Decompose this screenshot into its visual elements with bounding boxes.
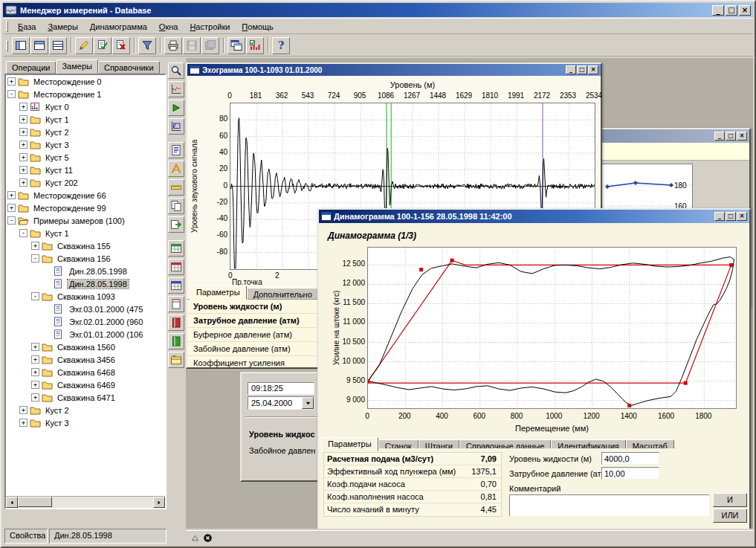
run-button[interactable] <box>168 100 184 116</box>
book-green-button[interactable] <box>168 333 184 349</box>
dyno-chart-button[interactable] <box>168 118 184 135</box>
scroll-right-button[interactable] <box>153 497 165 508</box>
menu-item[interactable]: Помощь <box>236 20 280 33</box>
tree-item[interactable]: -Скважина 1093 <box>6 290 165 303</box>
zoom-button[interactable] <box>168 62 184 79</box>
export-button[interactable] <box>168 216 184 233</box>
minimize-button[interactable]: _ <box>714 212 725 221</box>
tree-expander[interactable]: + <box>19 103 28 111</box>
tree-expander[interactable]: + <box>19 166 28 174</box>
ruler-button[interactable] <box>168 179 184 196</box>
tree-expander[interactable]: + <box>19 178 28 187</box>
maximize-button[interactable]: □ <box>577 65 587 74</box>
print-button[interactable] <box>164 37 182 54</box>
minimize-button[interactable]: _ <box>714 132 725 141</box>
and-button[interactable]: И <box>713 493 747 507</box>
minimize-button[interactable]: _ <box>712 5 724 16</box>
time-field[interactable]: 09:18:25 <box>248 382 314 395</box>
tree-item[interactable]: -Примеры замеров (100) <box>6 214 165 227</box>
title-bar[interactable]: Менеджер измерений - Database _ □ × <box>3 3 753 17</box>
tree-expander[interactable]: + <box>19 419 28 427</box>
dyno-parameter-row[interactable]: Расчетная подача (м3/сут)7,09 <box>324 453 501 465</box>
tree-expander[interactable]: - <box>7 216 16 225</box>
tree-horizontal-scrollbar[interactable] <box>6 496 165 508</box>
menu-item[interactable]: Окна <box>153 20 184 33</box>
tree-expander[interactable]: - <box>31 292 39 300</box>
tree-item[interactable]: +Скважина 3456 <box>6 353 165 366</box>
minimize-button[interactable]: _ <box>566 65 576 74</box>
dyno-parameter-row[interactable]: Коэф.наполнения насоса0,81 <box>324 491 501 503</box>
sidebar-tab[interactable]: Справочники <box>98 61 160 74</box>
tree-item[interactable]: -Скважина 156 <box>6 252 165 265</box>
dock-expand-icon[interactable] <box>190 533 200 543</box>
tree-item[interactable]: +Скважина 6468 <box>6 366 165 378</box>
maximize-button[interactable]: □ <box>726 212 736 221</box>
tree-item[interactable]: +Куст 202 <box>6 176 165 189</box>
dyno-parameter-row[interactable]: Коэф.подачи насоса0,70 <box>324 478 501 491</box>
echo-tab[interactable]: Параметры <box>190 286 247 300</box>
menu-item[interactable]: Динамограмма <box>84 20 153 33</box>
tree-expander[interactable]: + <box>19 128 28 136</box>
tree-item[interactable]: +Скважина 1560 <box>6 341 165 353</box>
panel-operations-button[interactable] <box>12 37 30 54</box>
tree-expander[interactable]: + <box>19 153 28 161</box>
dock-close-icon[interactable] <box>203 533 213 543</box>
table-red-button[interactable] <box>168 259 184 275</box>
or-button[interactable]: ИЛИ <box>713 509 747 523</box>
apply-measure-button[interactable] <box>94 37 112 54</box>
tree-expander[interactable]: + <box>31 381 39 389</box>
tree-item[interactable]: +Куст 11 <box>6 164 165 176</box>
tree-item[interactable]: -Куст 1 <box>6 227 165 239</box>
tree-item[interactable]: +Куст 3 <box>6 138 165 151</box>
menu-item[interactable]: База <box>12 20 42 33</box>
report-button[interactable] <box>168 142 184 158</box>
tree-item[interactable]: +Куст 1 <box>6 113 165 126</box>
notebook-button[interactable] <box>168 296 184 312</box>
dynamogram-window[interactable]: Динамограмма 100-1-156 28.05.1998 11:42:… <box>317 208 751 529</box>
dyno-parameter-row[interactable]: Эффективный ход плунжера (мм)1375,1 <box>324 465 501 478</box>
tree-expander[interactable]: + <box>7 77 16 86</box>
close-button[interactable]: × <box>737 212 747 221</box>
comment-input[interactable] <box>509 494 710 517</box>
table-green-button[interactable] <box>168 240 184 257</box>
tree-expander[interactable]: + <box>31 368 39 376</box>
tree-item[interactable]: +Куст 2 <box>6 404 165 416</box>
annulus-pressure-input[interactable] <box>601 467 659 480</box>
dyno-tab[interactable]: Параметры <box>321 437 378 451</box>
tree-item[interactable]: +Куст 0 <box>6 100 165 113</box>
scroll-left-button[interactable] <box>6 497 18 508</box>
tree-item[interactable]: +Скважина 6471 <box>6 391 165 404</box>
sidebar-tab[interactable]: Операции <box>6 61 56 74</box>
close-button[interactable]: × <box>588 65 598 74</box>
tree-expander[interactable]: + <box>31 343 39 351</box>
filter-button[interactable] <box>138 37 156 54</box>
table-blue-button[interactable] <box>168 277 184 294</box>
menu-item[interactable]: Настройки <box>184 20 236 33</box>
book-red-button[interactable] <box>168 315 184 331</box>
scrollbar-thumb[interactable] <box>18 497 52 507</box>
tree-expander[interactable]: + <box>31 242 39 250</box>
tree-item[interactable]: +Куст 5 <box>6 151 165 164</box>
tree-expander[interactable]: + <box>19 141 28 149</box>
tree-item[interactable]: +Скважина 155 <box>6 239 165 252</box>
help-button[interactable]: ? <box>272 37 290 54</box>
maximize-button[interactable]: □ <box>726 5 737 16</box>
panel-measures-button[interactable] <box>30 37 48 54</box>
tree-expander[interactable]: + <box>19 406 28 414</box>
tree-item[interactable]: +Месторождение 0 <box>6 75 165 88</box>
tree-expander[interactable]: + <box>7 191 16 199</box>
echo-chart-button[interactable] <box>168 81 184 97</box>
tree-expander[interactable]: - <box>7 90 16 98</box>
tree-item[interactable]: Дин.28.05.1998 <box>6 265 165 277</box>
dyno-parameter-row[interactable]: Число качаний в минуту4,45 <box>324 503 501 516</box>
panel-refs-button[interactable] <box>49 37 67 54</box>
discard-measure-button[interactable] <box>112 37 130 54</box>
tree-item[interactable]: +Месторождение 66 <box>6 189 165 202</box>
tree-item[interactable]: Эхг.01.01.2000 (106 <box>6 328 165 341</box>
close-button[interactable]: × <box>737 132 747 141</box>
tree-expander[interactable]: + <box>31 355 39 364</box>
sidebar-tab[interactable]: Замеры <box>56 59 97 74</box>
tree-item[interactable]: -Месторождение 1 <box>6 88 165 100</box>
chart-options-button[interactable] <box>246 37 264 54</box>
scrollbar-track[interactable] <box>18 497 153 508</box>
